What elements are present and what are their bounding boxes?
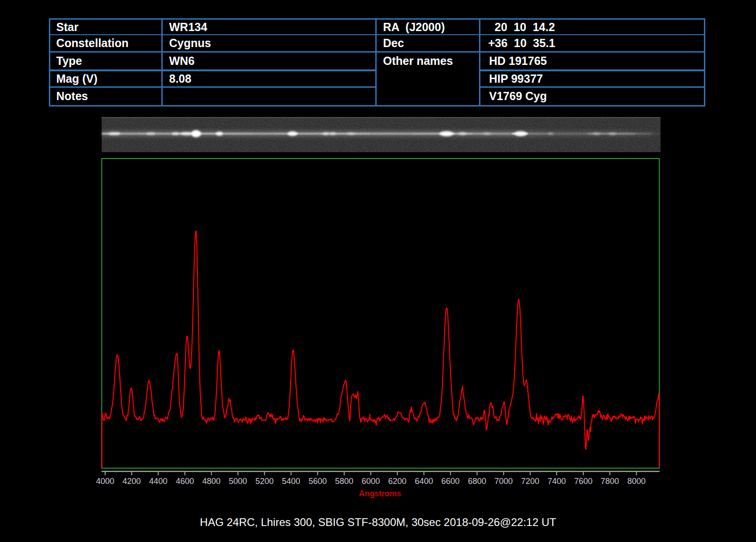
svg-text:6200: 6200 (388, 477, 406, 486)
svg-text:6000: 6000 (362, 477, 380, 486)
svg-text:7600: 7600 (574, 477, 592, 486)
svg-text:6600: 6600 (442, 477, 460, 486)
svg-text:4200: 4200 (122, 477, 141, 486)
svg-text:5600: 5600 (309, 477, 327, 486)
svg-text:7800: 7800 (601, 477, 619, 486)
svg-text:4600: 4600 (176, 477, 194, 486)
svg-text:7200: 7200 (521, 477, 539, 486)
svg-text:5200: 5200 (256, 477, 274, 486)
svg-text:4000: 4000 (96, 477, 114, 486)
svg-text:5800: 5800 (335, 477, 353, 486)
svg-text:5400: 5400 (282, 477, 300, 486)
svg-text:8000: 8000 (627, 477, 645, 486)
svg-text:4800: 4800 (202, 477, 220, 486)
svg-text:6800: 6800 (468, 477, 486, 486)
svg-text:Angstroms: Angstroms (359, 489, 401, 498)
svg-text:7000: 7000 (495, 477, 513, 486)
svg-text:6400: 6400 (415, 477, 433, 486)
svg-text:7400: 7400 (548, 477, 566, 486)
svg-text:5000: 5000 (229, 477, 247, 486)
svg-text:4400: 4400 (149, 477, 167, 486)
